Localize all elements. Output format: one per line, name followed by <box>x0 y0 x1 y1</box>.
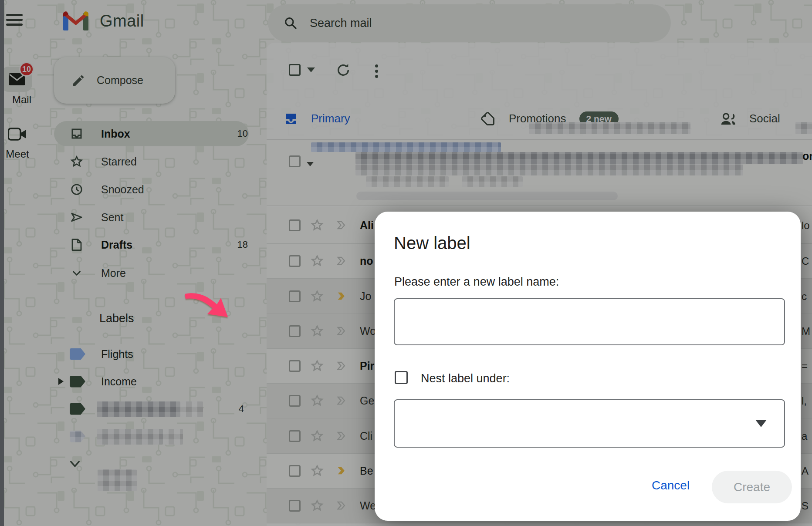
annotation-arrow <box>179 285 235 324</box>
nest-label-checkbox[interactable] <box>395 371 408 384</box>
label-name-input[interactable] <box>394 298 785 345</box>
dialog-title: New label <box>394 233 470 253</box>
gmail-screen: 10 Mail Meet Compose Inbox 10 Star <box>0 0 812 526</box>
dialog-prompt: Please enter a new label name: <box>394 275 559 289</box>
cancel-button[interactable]: Cancel <box>649 478 692 493</box>
nest-label-text: Nest label under: <box>421 372 510 385</box>
select-caret-icon <box>755 420 767 427</box>
create-button[interactable]: Create <box>712 471 792 503</box>
parent-label-select[interactable] <box>394 399 785 448</box>
new-label-dialog: New label Please enter a new label name:… <box>375 212 801 521</box>
